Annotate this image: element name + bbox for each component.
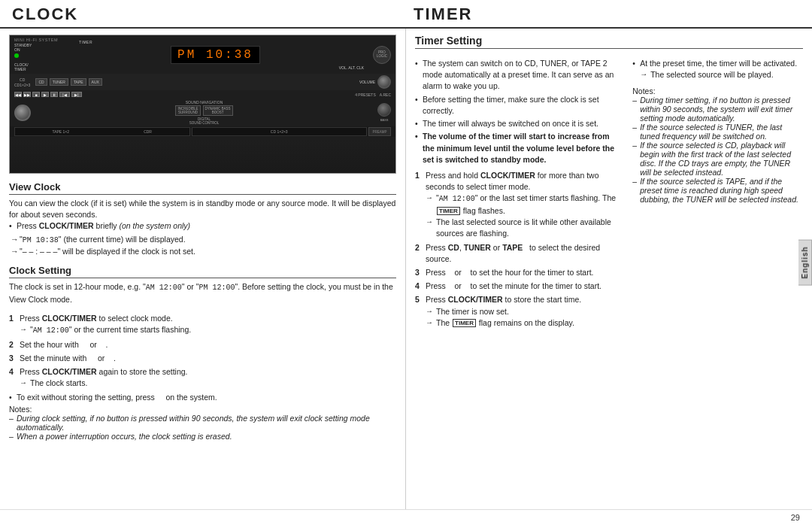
timer-step-5-content: Press CLOCK/TIMER to store the start tim… (426, 294, 623, 329)
selected-source-arrow: The selected source will be played. (640, 69, 803, 80)
timer-left-col: The system can switch on to CD, TUNER, o… (415, 58, 623, 503)
tuner-ref: TUNER (464, 243, 491, 252)
incredible-surround-btn[interactable]: INCREDIBLESURROUND (175, 105, 200, 116)
view-clock-bullet-1: Press CLOCK/TIMER briefly (on the system… (9, 220, 396, 232)
tuning-knob[interactable] (14, 105, 31, 121)
sound-nav-area: SOUND NAVIGATION INCREDIBLESURROUND DYNA… (34, 100, 374, 125)
timer-step-1: 1 Press and hold CLOCK/TIMER for more th… (415, 170, 623, 240)
step-4-content: Press CLOCK/TIMER again to store the set… (20, 366, 396, 389)
timer-section-title: TIMER (398, 5, 800, 24)
next-btn[interactable]: ▶▶ (23, 92, 31, 97)
clock-note-2: When a power interruption occurs, the cl… (9, 432, 396, 441)
cd-label: CD (14, 77, 30, 82)
prev-track-btn[interactable]: |◀ (59, 92, 70, 97)
timer-step-5: 5 Press CLOCK/TIMER to store the start t… (415, 294, 623, 329)
step-1-content: Press CLOCK/TIMER to select clock mode. … (20, 313, 396, 337)
cd-ref: CD (448, 243, 459, 252)
main-content: MINI HI-FI SYSTEM STANDBYON CLOCK/TIMER … (0, 29, 812, 509)
step-2-content: Set the hour with or . (20, 339, 396, 351)
play-btn[interactable]: ▶ (41, 92, 49, 97)
timer-step-2: 2 Press CD, TUNER or TAPE to select the … (415, 242, 623, 265)
exit-note: To exit without storing the setting, pre… (9, 392, 396, 403)
timer-step-1-arrow1: "AM 12:00" or the last set timer starts … (426, 193, 623, 217)
dial-area: BASS (377, 103, 391, 122)
clock-timer-bold: CLOCK/TIMER (39, 221, 94, 230)
step-3-content: Set the minute with or . (20, 353, 396, 364)
prev-btn[interactable]: ◀◀ (14, 92, 22, 97)
timer-bullets: The system can switch on to CD, TUNER, o… (415, 58, 623, 165)
source-buttons: CD CD1×2×3 CD TUNER TAPE AUX VOLUME (10, 74, 395, 90)
cd-player-label: CD 1×2×3 (271, 129, 288, 134)
step-1-arrow: "AM 12:00" or the current time starts fl… (20, 324, 396, 337)
tape-area: TAPE 1×2 CDR CD 1×2×3 PREAMP (10, 126, 395, 137)
page-footer: 29 (0, 509, 812, 525)
timer-bullet-3: The timer will always be switched on onc… (415, 118, 623, 129)
timer-am-flash: AM 12:00 (439, 195, 475, 203)
bass-label: BASS (380, 118, 389, 122)
tape-slot-2: CD 1×2×3 (192, 127, 368, 136)
timer-notes: Notes: During timer setting, if no butto… (632, 86, 803, 204)
timer-step-num-1: 1 (415, 170, 423, 240)
timer-indicator: TIMER (79, 40, 92, 44)
next-track-btn[interactable]: ▶| (71, 92, 82, 97)
pro-logic-text: PROLOGIC (377, 51, 387, 59)
cd-section: CD CD1×2×3 (14, 77, 30, 87)
bass-knob[interactable] (377, 103, 391, 117)
language-tab: English (798, 239, 812, 285)
timer-notes-label: Notes: (632, 86, 803, 96)
clock-panel: MINI HI-FI SYSTEM STANDBYON CLOCK/TIMER … (0, 29, 406, 509)
view-clock-body: You can view the clock (if it is set) wh… (9, 198, 396, 220)
timer-step-5-arrow2: The TIMER flag remains on the display. (426, 317, 623, 329)
clock-setting-body: The clock is set in 12-hour mode, e.g. "… (9, 281, 396, 305)
timer-step-3-content: Press or to set the hour for the timer t… (426, 267, 623, 278)
timer-bullet-2: Before setting the timer, make sure the … (415, 94, 623, 117)
device-brand: MINI HI-FI SYSTEM (14, 38, 58, 42)
clock-timer-label: CLOCK/TIMER (14, 62, 58, 71)
transport-controls: ◀◀ ▶▶ ■ ▶ ⏸ |◀ ▶| 4 PRESETS A.REC (10, 90, 395, 99)
timer-right-bullets: At the preset time, the timer will be ac… (632, 58, 803, 80)
device-image: MINI HI-FI SYSTEM STANDBYON CLOCK/TIMER … (9, 35, 396, 174)
cd-btn[interactable]: CD (35, 78, 47, 86)
tuning-knob-area (14, 105, 31, 121)
preamp-section: PREAMP (368, 127, 391, 136)
timer-step-num-3: 3 (415, 267, 423, 278)
timer-steps-list: 1 Press and hold CLOCK/TIMER for more th… (415, 170, 623, 329)
am-flash: AM 12:00 (33, 326, 69, 335)
pm-time: PM 12:00 (198, 284, 235, 292)
stop-btn[interactable]: ■ (32, 92, 40, 97)
clock-setting-heading: Clock Setting (9, 265, 396, 278)
tuner-btn[interactable]: TUNER (50, 78, 68, 86)
timer-step-1-content: Press and hold CLOCK/TIMER for more than… (426, 170, 623, 240)
timer-note-1: During timer setting, if no button is pr… (632, 96, 803, 123)
presets-label: 4 PRESETS (355, 93, 376, 97)
notes-label: Notes: (9, 405, 396, 414)
timer-step-5-arrow1: The timer is now set. (426, 306, 623, 317)
cdr-label: CDR (144, 129, 152, 134)
clock-timer-ref-1: CLOCK/TIMER (42, 314, 97, 323)
pause-btn[interactable]: ⏸ (50, 92, 58, 97)
volume-knob[interactable] (377, 75, 391, 89)
standby-label: STANDBYON (14, 43, 58, 52)
cd-slots-label: CD1×2×3 (14, 83, 30, 87)
view-clock-heading: View Clock (9, 181, 396, 195)
clock-timer-ref-4: CLOCK/TIMER (42, 367, 97, 376)
dynamic-bass-btn[interactable]: DYNAMIC BASSBOOST (203, 105, 233, 116)
aux-btn[interactable]: AUX (89, 78, 102, 86)
clock-note-1: During clock setting, if no button is pr… (9, 414, 396, 432)
bullet-text-press: Press (17, 221, 39, 230)
step-num-1: 1 (9, 313, 17, 337)
view-clock-bullets: Press CLOCK/TIMER briefly (on the system… (9, 220, 396, 232)
timer-bullet-1: The system can switch on to CD, TUNER, o… (415, 58, 623, 93)
tape-btn[interactable]: TAPE (71, 78, 86, 86)
sound-nav-label: SOUND NAVIGATION (34, 100, 374, 105)
timer-note-3: If the source selected is CD, playback w… (632, 141, 803, 177)
tape1-label: TAPE 1×2 (53, 129, 70, 134)
timer-setting-heading: Timer Setting (415, 35, 803, 49)
clock-step-3: 3 Set the minute with or . (9, 353, 396, 364)
timer-step-4-content: Press or to set the minute for the timer… (426, 281, 623, 292)
preset-bullet: At the preset time, the timer will be ac… (632, 58, 803, 80)
timer-flag-2: TIMER (453, 319, 476, 327)
timer-right-col: At the preset time, the timer will be ac… (632, 58, 803, 503)
timer-note-2: If the source selected is TUNER, the las… (632, 123, 803, 141)
display-pm: PM 10:38 (23, 236, 59, 244)
